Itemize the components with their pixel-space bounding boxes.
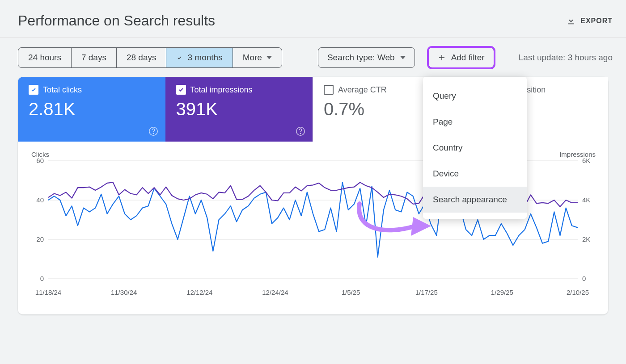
svg-text:2K: 2K	[582, 235, 590, 243]
search-type-select[interactable]: Search type: Web	[318, 47, 415, 68]
checkbox-on-icon	[176, 85, 186, 95]
filter-menu-search-appearance[interactable]: Search appearance	[423, 187, 527, 213]
svg-text:11/18/24: 11/18/24	[35, 289, 61, 296]
range-7d[interactable]: 7 days	[72, 48, 117, 67]
svg-point-5	[300, 133, 300, 134]
metric-value: 2.81K	[29, 99, 155, 119]
filter-menu-device[interactable]: Device	[423, 161, 527, 187]
svg-text:20: 20	[36, 235, 44, 243]
plus-icon	[438, 54, 446, 62]
svg-text:1/29/25: 1/29/25	[491, 289, 513, 296]
range-28d[interactable]: 28 days	[117, 48, 167, 67]
svg-text:1/5/25: 1/5/25	[342, 289, 360, 296]
filter-menu-page[interactable]: Page	[423, 109, 527, 135]
checkbox-on-icon	[29, 85, 38, 95]
svg-text:6K: 6K	[582, 158, 590, 164]
svg-text:1/17/25: 1/17/25	[415, 289, 438, 296]
filter-menu-query[interactable]: Query	[423, 83, 527, 109]
export-button[interactable]: EXPORT	[566, 16, 613, 26]
add-filter-button[interactable]: Add filter	[428, 47, 494, 68]
last-update-text: Last update: 3 hours ago	[519, 53, 613, 63]
metric-label: Average CTR	[338, 85, 387, 95]
filter-menu-country[interactable]: Country	[423, 135, 527, 161]
y-right-label: Impressions	[559, 151, 596, 158]
svg-text:0: 0	[40, 275, 44, 282]
export-label: EXPORT	[580, 17, 613, 25]
svg-text:60: 60	[36, 158, 44, 164]
metric-label: Total impressions	[190, 85, 253, 95]
add-filter-menu: QueryPageCountryDeviceSearch appearance	[423, 77, 527, 219]
metric-value: 391K	[176, 99, 302, 119]
help-icon[interactable]	[296, 126, 305, 136]
checkbox-off-icon	[324, 85, 334, 95]
svg-text:12/24/24: 12/24/24	[262, 289, 288, 296]
chevron-down-icon	[266, 55, 272, 60]
svg-point-3	[153, 133, 153, 134]
range-more[interactable]: More	[233, 48, 282, 67]
svg-text:2/10/25: 2/10/25	[567, 289, 589, 296]
svg-text:11/30/24: 11/30/24	[111, 289, 137, 296]
check-icon	[176, 55, 183, 60]
download-icon	[566, 16, 576, 26]
svg-text:12/12/24: 12/12/24	[186, 289, 212, 296]
date-range-segmented: 24 hours 7 days 28 days 3 months More	[18, 47, 282, 68]
help-icon[interactable]	[148, 126, 158, 136]
y-left-label: Clicks	[31, 151, 49, 158]
svg-text:0: 0	[582, 275, 586, 282]
chevron-down-icon	[400, 55, 406, 60]
svg-text:4K: 4K	[582, 196, 590, 204]
page-title: Performance on Search results	[18, 13, 215, 29]
range-24h[interactable]: 24 hours	[18, 48, 72, 67]
metric-card-total-impressions[interactable]: Total impressions391K	[165, 77, 313, 142]
metric-label: Total clicks	[43, 85, 82, 95]
range-3m[interactable]: 3 months	[166, 48, 233, 67]
svg-text:40: 40	[36, 196, 44, 204]
metric-card-total-clicks[interactable]: Total clicks2.81K	[18, 77, 165, 142]
